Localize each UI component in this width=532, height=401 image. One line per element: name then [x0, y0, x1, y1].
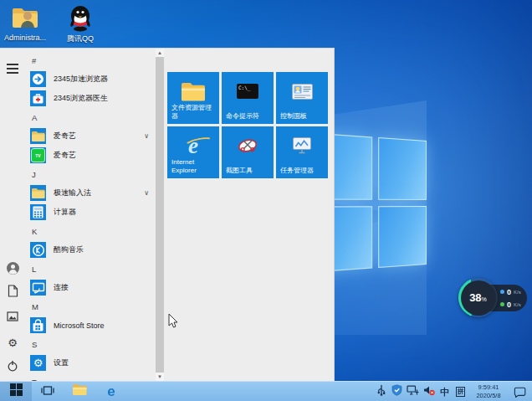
chevron-down-icon[interactable]: ∨	[144, 132, 149, 140]
app-label: 酷狗音乐	[54, 244, 84, 255]
app-label: 2345加速浏览器	[54, 74, 108, 85]
start-tile[interactable]: 截图工具	[222, 126, 274, 178]
app-list-item[interactable]: 2345浏览器医生	[0, 89, 156, 108]
start-tile[interactable]: 控制面板	[276, 72, 328, 124]
scroll-down-icon[interactable]: ▼	[156, 373, 164, 381]
usb-icon	[376, 384, 387, 399]
download-speed-row: 0 K/s	[500, 298, 525, 311]
volume-muted[interactable]	[422, 382, 435, 401]
start-menu-tiles: 文件资源管理器C:\_ 命令提示符控制面板eInternet Explorer截…	[167, 72, 328, 178]
app-label: 爱奇艺	[54, 131, 76, 141]
security-center[interactable]	[391, 382, 403, 401]
net-speed-ball[interactable]: 38 %	[458, 278, 498, 317]
volume-muted-icon	[423, 384, 435, 399]
security-shield-icon	[391, 384, 402, 399]
app-label: 设置	[54, 357, 69, 368]
upload-speed-row: 0 K/s	[500, 285, 525, 298]
qq-icon	[66, 3, 95, 32]
app-list-header[interactable]: T	[0, 373, 156, 381]
app-list-header[interactable]: S	[0, 335, 156, 353]
file-explorer-icon	[72, 383, 87, 399]
app-list-header[interactable]: K	[0, 222, 156, 240]
app-list-item[interactable]: 极速输入法∨	[0, 183, 156, 203]
edge-icon: e	[107, 384, 115, 399]
app-list-item[interactable]: 计算器	[0, 203, 156, 222]
task-view-button[interactable]	[32, 382, 64, 401]
net-speed-monitor[interactable]: 38 % 0 K/s 0 K/s	[458, 278, 529, 318]
action-center-icon[interactable]	[510, 382, 529, 401]
file-explorer-button[interactable]	[64, 382, 95, 401]
app-list-header[interactable]: M	[0, 297, 156, 316]
download-dot-icon	[500, 302, 504, 306]
app-label: 极速输入法	[54, 188, 91, 198]
upload-speed-unit: K/s	[514, 290, 521, 295]
doctor-2345-icon	[30, 90, 46, 106]
tile-label: 截图工具	[226, 167, 271, 175]
app-list-item[interactable]: Microsoft Store	[0, 316, 156, 335]
scrollbar-thumb[interactable]	[156, 57, 164, 373]
app-list-scrollbar[interactable]: ▲ ▼	[156, 49, 164, 381]
chevron-down-icon[interactable]: ∨	[144, 189, 149, 197]
scroll-up-icon[interactable]: ▲	[156, 49, 164, 57]
app-list-header[interactable]: J	[0, 165, 156, 183]
clock-time: 9:59:41	[470, 383, 507, 392]
ime-chinese-indicator[interactable]: 中	[438, 382, 451, 401]
app-list-item[interactable]: 2345加速浏览器	[0, 69, 156, 89]
app-list-header[interactable]: #	[0, 51, 156, 69]
app-list-header[interactable]: L	[0, 260, 156, 278]
memory-percent: 38	[469, 291, 481, 304]
start-tile[interactable]: C:\_ 命令提示符	[222, 72, 274, 124]
calculator-icon	[30, 204, 46, 220]
start-tile[interactable]: eInternet Explorer	[167, 126, 219, 178]
tile-label: 命令提示符	[226, 112, 271, 121]
tile-label: 文件资源管理器	[171, 104, 217, 121]
explorer-folder-icon	[167, 78, 219, 105]
network-icon	[407, 384, 419, 399]
app-list-item[interactable]: 酷狗音乐	[0, 240, 156, 260]
tile-label: 任务管理器	[280, 167, 325, 175]
settings-tile-icon: ⚙	[30, 355, 46, 371]
tile-label: 控制面板	[280, 112, 325, 121]
snipping-tool-icon	[222, 132, 274, 159]
folder-icon	[30, 128, 46, 144]
desktop-icons: Administra...腾讯QQ	[2, 3, 104, 44]
admin-folder-icon	[11, 3, 39, 32]
start-menu-app-list: #2345加速浏览器2345浏览器医生A爱奇艺∨TV爱奇艺J极速输入法∨计算器K…	[0, 49, 156, 381]
start-tile[interactable]: 任务管理器	[276, 126, 328, 178]
task-manager-icon	[276, 132, 328, 159]
app-list-item[interactable]: 连接	[0, 278, 156, 297]
connect-icon	[30, 280, 46, 296]
tile-label: Internet Explorer	[171, 158, 217, 175]
app-list-item[interactable]: 爱奇艺∨	[0, 126, 156, 146]
start-tile[interactable]: 文件资源管理器	[167, 72, 219, 124]
system-tray: 中 拼 9:59:41 2020/5/8	[375, 382, 532, 401]
app-list-item[interactable]: TV爱奇艺	[0, 146, 156, 165]
upload-speed-value: 0	[507, 288, 511, 296]
desktop-icon[interactable]: 腾讯QQ	[57, 3, 104, 44]
store-icon	[30, 317, 46, 333]
safely-remove-hardware[interactable]	[375, 382, 387, 401]
app-label: 2345浏览器医生	[54, 93, 108, 104]
edge-button[interactable]: e	[95, 382, 127, 401]
app-list-header[interactable]: A	[0, 108, 156, 126]
folder-icon	[30, 185, 46, 201]
iqiyi-icon: TV	[30, 147, 46, 163]
app-list-item[interactable]: ⚙设置	[0, 353, 156, 373]
network-status[interactable]	[407, 382, 419, 401]
upload-dot-icon	[500, 290, 504, 294]
ime-pinyin-icon[interactable]: 拼	[454, 382, 467, 401]
desktop-icon-label: 腾讯QQ	[67, 33, 94, 44]
ie-icon: e	[167, 132, 219, 159]
control-panel-icon	[276, 78, 328, 105]
kugou-icon	[30, 242, 46, 258]
browser-2345-icon	[30, 71, 46, 87]
start-button[interactable]	[0, 382, 32, 401]
app-label: 连接	[54, 282, 69, 293]
desktop-icon-label: Administra...	[4, 33, 46, 42]
desktop-icon[interactable]: Administra...	[2, 3, 49, 44]
download-speed-value: 0	[507, 301, 511, 309]
download-speed-unit: K/s	[514, 302, 521, 307]
taskbar-clock[interactable]: 9:59:41 2020/5/8	[470, 383, 507, 400]
taskbar: e 中 拼 9:59:41 2020/5/8	[0, 381, 532, 401]
start-menu: ⚙ #2345加速浏览器2345浏览器医生A爱奇艺∨TV爱奇艺J极速输入法∨计算…	[0, 48, 335, 381]
